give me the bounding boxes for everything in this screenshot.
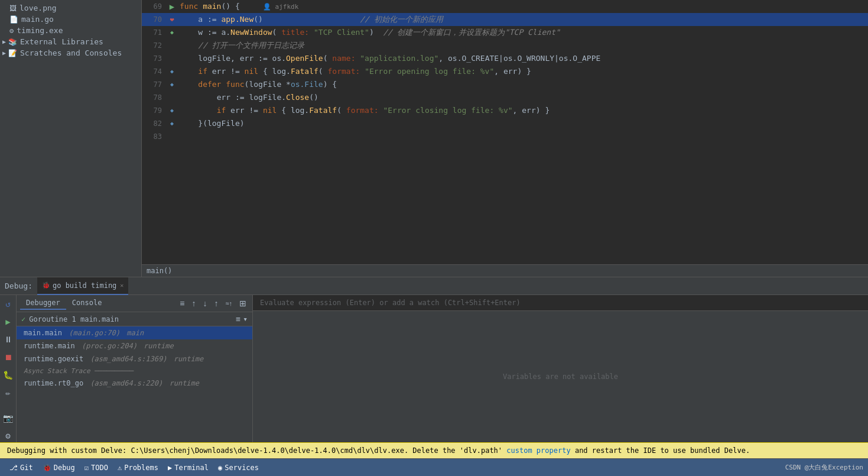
debug-right-panel: Evaluate expression (Enter) or add a wat… xyxy=(253,295,868,442)
external-libs-icon: 📚 xyxy=(8,38,17,46)
code-editor-area: 69 ▶ func main() { 👤 ajfkdk 70 ❤ a := ap… xyxy=(142,0,868,277)
code-line-82: 82 ◆ }(logFile) xyxy=(142,117,868,130)
run-arrow-gutter: ▶ xyxy=(167,0,177,13)
breakpoint-icon: ❤ xyxy=(170,13,174,26)
status-item-problems[interactable]: ⚠ Problems xyxy=(113,459,163,476)
status-bar: ⎇ Git 🐞 Debug ☑ TODO ⚠ Problems ▶ Termin… xyxy=(0,458,868,476)
toolbar-btn-menu[interactable]: ≡ xyxy=(177,297,187,309)
sidebar-icon-brush[interactable]: ✏ xyxy=(2,386,15,399)
breakpoint-gutter: ❤ xyxy=(167,13,177,26)
bookmark-icon: ◆ xyxy=(170,26,174,39)
toolbar-btn-filter[interactable]: ≈↑ xyxy=(223,299,235,308)
file-item-external-libs[interactable]: ▶ 📚 External Libraries xyxy=(0,36,141,47)
toolbar-btn-up2[interactable]: ↑ xyxy=(212,297,220,309)
file-item-main-go[interactable]: 📄 main.go xyxy=(0,14,141,25)
status-item-todo[interactable]: ☑ TODO xyxy=(80,459,113,476)
scratches-icon: 📝 xyxy=(8,49,17,57)
sidebar-icon-run[interactable]: ▶ xyxy=(2,315,15,328)
terminal-icon: ▶ xyxy=(168,464,172,472)
warning-banner: Debugging with custom Delve: C:\Users\ch… xyxy=(0,442,868,458)
sidebar-icon-reload[interactable]: ↺ xyxy=(2,297,15,310)
stack-item-0[interactable]: main.main (main.go:70) main xyxy=(17,326,252,339)
stack-fn-2: runtime.goexit (asm_amd64.s:1369) runtim… xyxy=(24,355,203,363)
sidebar-icon-bug[interactable]: 🐛 xyxy=(2,368,15,381)
goroutine-arrow-icon[interactable]: ▾ xyxy=(243,315,248,323)
debug-icon: 🐞 xyxy=(43,464,51,472)
line-content-82: }(logFile) xyxy=(177,117,868,130)
debug-toolbar: Debugger Console ≡ ↑ ↓ ↑ ≈↑ ⊞ xyxy=(17,295,252,312)
gutter-74: ◆ xyxy=(167,65,177,78)
status-item-services[interactable]: ◉ Services xyxy=(213,459,264,476)
line-content-77: defer func(logFile *os.File) { xyxy=(177,78,868,91)
problems-icon: ⚠ xyxy=(118,464,122,472)
debug-tab-icon: 🐞 xyxy=(42,281,50,289)
toolbar-btn-up1[interactable]: ↑ xyxy=(189,297,198,309)
debug-left-panel: Debugger Console ≡ ↑ ↓ ↑ ≈↑ ⊞ ✓ Goroutin… xyxy=(17,295,253,442)
status-item-terminal[interactable]: ▶ Terminal xyxy=(163,459,213,476)
gutter-77: ◆ xyxy=(167,78,177,91)
debug-content: ↺ ▶ ⏸ ⏹ 🐛 ✏ 📷 ⚙ Debugger Console xyxy=(0,295,868,442)
code-line-71: 71 ◆ w := a.NewWindow( title: "TCP Clien… xyxy=(142,26,868,39)
code-line-73: 73 logFile, err := os.OpenFile( name: "a… xyxy=(142,52,868,65)
run-arrow-icon: ▶ xyxy=(170,0,174,13)
line-content-79: if err != nil { log.Fatalf( format: "Err… xyxy=(177,104,868,117)
goroutine-menu-icon[interactable]: ≡ xyxy=(236,315,240,323)
file-item-love-png[interactable]: 🖼 love.png xyxy=(0,2,141,14)
file-icon-image: 🖼 xyxy=(9,4,17,12)
stack-fn-3: runtime.rt0_go (asm_amd64.s:220) runtime xyxy=(24,379,199,387)
toolbar-btn-down[interactable]: ↓ xyxy=(200,297,209,309)
stack-list: main.main (main.go:70) main runtime.main… xyxy=(17,326,252,442)
status-item-git[interactable]: ⎇ Git xyxy=(5,459,38,476)
debug-tab-close-icon[interactable]: ✕ xyxy=(120,282,123,289)
stack-item-2[interactable]: runtime.goexit (asm_amd64.s:1369) runtim… xyxy=(17,352,252,365)
line-content-83 xyxy=(177,130,868,143)
debug-panel: Debug: 🐞 go build timing ✕ ↺ ▶ ⏸ ⏹ 🐛 ✏ 📷… xyxy=(0,277,868,442)
gutter-82: ◆ xyxy=(167,117,177,130)
line-content-73: logFile, err := os.OpenFile( name: "appl… xyxy=(177,52,868,65)
gutter-73 xyxy=(167,52,177,65)
status-item-debug[interactable]: 🐞 Debug xyxy=(38,459,80,476)
expand-arrow-icon-2: ▶ xyxy=(2,50,6,56)
sidebar-icon-settings[interactable]: ⚙ xyxy=(2,429,15,442)
sidebar-icon-stop[interactable]: ⏹ xyxy=(2,351,15,364)
fold-arrow-icon: ◆ xyxy=(170,78,174,91)
git-icon: ⎇ xyxy=(9,464,18,472)
stack-item-1[interactable]: runtime.main (proc.go:204) runtime xyxy=(17,339,252,352)
file-tree: 🖼 love.png 📄 main.go ⚙ timing.exe ▶ 📚 Ex… xyxy=(0,0,142,277)
code-line-83: 83 xyxy=(142,130,868,143)
todo-icon: ☑ xyxy=(84,464,89,472)
gutter-79: ◆ xyxy=(167,104,177,117)
file-icon-exe: ⚙ xyxy=(9,27,14,35)
goroutine-header: ✓ Goroutine 1 main.main ≡ ▾ xyxy=(17,312,252,326)
tab-debugger[interactable]: Debugger xyxy=(20,297,66,310)
bookmark-icon-74: ◆ xyxy=(170,65,174,78)
gutter-72 xyxy=(167,39,177,52)
gutter-83 xyxy=(167,130,177,143)
stack-item-3[interactable]: runtime.rt0_go (asm_amd64.s:220) runtime xyxy=(17,377,252,390)
line-content-72: // 打开一个文件用于日志记录 xyxy=(177,39,868,52)
expand-arrow-icon: ▶ xyxy=(2,38,6,45)
sidebar-icon-pause[interactable]: ⏸ xyxy=(2,333,15,346)
code-line-69: 69 ▶ func main() { 👤 ajfkdk xyxy=(142,0,868,13)
code-line-74: 74 ◆ if err != nil { log.Fatalf( format:… xyxy=(142,65,868,78)
toolbar-btn-grid[interactable]: ⊞ xyxy=(237,297,249,309)
goroutine-title: Goroutine 1 main.main xyxy=(29,315,233,323)
debug-side-icons: ↺ ▶ ⏸ ⏹ 🐛 ✏ 📷 ⚙ xyxy=(0,295,17,442)
code-lines: 69 ▶ func main() { 👤 ajfkdk 70 ❤ a := ap… xyxy=(142,0,868,264)
debug-tab-active[interactable]: 🐞 go build timing ✕ xyxy=(37,277,128,295)
code-line-77: 77 ◆ defer func(logFile *os.File) { xyxy=(142,78,868,91)
file-item-timing-exe[interactable]: ⚙ timing.exe xyxy=(0,25,141,36)
code-breadcrumb: main() xyxy=(142,264,868,277)
sidebar-icon-camera[interactable]: 📷 xyxy=(2,412,15,425)
tab-console[interactable]: Console xyxy=(66,297,108,310)
line-content-71: w := a.NewWindow( title: "TCP Client") /… xyxy=(177,26,868,39)
file-item-scratches[interactable]: ▶ 📝 Scratches and Consoles xyxy=(0,47,141,59)
file-icon-go: 📄 xyxy=(9,15,18,24)
eval-bar[interactable]: Evaluate expression (Enter) or add a wat… xyxy=(253,295,868,311)
bookmark-icon-79: ◆ xyxy=(170,104,174,117)
bookmark-icon-82: ◆ xyxy=(170,117,174,130)
custom-property-link[interactable]: custom property xyxy=(506,446,570,455)
line-content-74: if err != nil { log.Fatalf( format: "Err… xyxy=(177,65,868,78)
line-content-70: a := app.New() // 初始化一个新的应用 xyxy=(177,13,868,26)
line-content-78: err := logFile.Close() xyxy=(177,91,868,104)
